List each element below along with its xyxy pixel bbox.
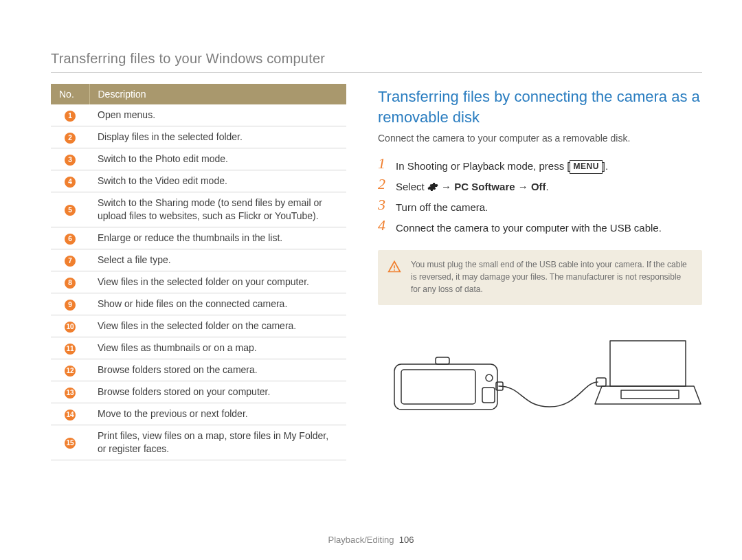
row-description: Switch to the Video edit mode.	[89, 170, 346, 192]
svg-rect-3	[401, 370, 475, 404]
footer-page-number: 106	[399, 535, 414, 545]
table-row: 14Move to the previous or next folder.	[51, 403, 346, 425]
row-description: View files in the selected folder on you…	[89, 271, 346, 293]
warning-icon	[387, 260, 401, 295]
row-number-badge: 3	[65, 155, 76, 166]
step-2: Select → PC Software → Off.	[378, 177, 702, 197]
camera-to-laptop-illustration	[378, 320, 702, 423]
footer-section: Playback/Editing	[328, 535, 394, 545]
row-description: Switch to the Photo edit mode.	[89, 148, 346, 170]
step-bold: Off	[531, 181, 546, 192]
page-footer: Playback/Editing 106	[0, 535, 742, 545]
row-description: Select a file type.	[89, 249, 346, 271]
table-row: 13Browse folders stored on your computer…	[51, 381, 346, 403]
svg-point-4	[486, 374, 493, 381]
step-bold: PC Software	[454, 181, 515, 192]
step-4: Connect the camera to your computer with…	[378, 218, 702, 238]
col-no: No.	[51, 84, 89, 104]
row-number-badge: 15	[65, 438, 76, 449]
row-number-badge: 1	[65, 111, 76, 122]
table-row: 10View files in the selected folder on t…	[51, 315, 346, 337]
steps-list: In Shooting or Playback mode, press [MEN…	[378, 156, 702, 238]
row-number-badge: 14	[65, 410, 76, 421]
description-table: No. Description 1Open menus. 2Display fi…	[51, 84, 346, 460]
row-number-badge: 2	[65, 133, 76, 144]
svg-rect-6	[436, 357, 449, 364]
row-description: View files as thumbnails or on a map.	[89, 337, 346, 359]
table-row: 12Browse folders stored on the camera.	[51, 359, 346, 381]
row-number-badge: 5	[65, 205, 76, 216]
warning-note: You must plug the small end of the USB c…	[378, 250, 702, 305]
row-description: Browse folders stored on your computer.	[89, 381, 346, 403]
table-row: 8View files in the selected folder on yo…	[51, 271, 346, 293]
table-row: 11View files as thumbnails or on a map.	[51, 337, 346, 359]
section-lead: Connect the camera to your computer as a…	[378, 133, 702, 144]
row-description: Switch to the Sharing mode (to send file…	[89, 192, 346, 227]
table-row: 1Open menus.	[51, 104, 346, 126]
row-number-badge: 6	[65, 234, 76, 245]
row-description: Browse folders stored on the camera.	[89, 359, 346, 381]
table-row: 6Enlarge or reduce the thumbnails in the…	[51, 227, 346, 249]
row-description: Open menus.	[89, 104, 346, 126]
row-number-badge: 12	[65, 366, 76, 377]
gear-icon	[427, 181, 438, 192]
row-description: Show or hide files on the connected came…	[89, 293, 346, 315]
menu-button-icon: MENU	[570, 160, 602, 173]
table-row: 5Switch to the Sharing mode (to send fil…	[51, 192, 346, 227]
table-row: 2Display files in the selected folder.	[51, 126, 346, 148]
table-row: 4Switch to the Video edit mode.	[51, 170, 346, 192]
step-1: In Shooting or Playback mode, press [MEN…	[378, 156, 702, 177]
table-row: 7Select a file type.	[51, 249, 346, 271]
step-text: In Shooting or Playback mode, press [	[396, 160, 570, 172]
svg-point-1	[394, 269, 395, 271]
row-description: Enlarge or reduce the thumbnails in the …	[89, 227, 346, 249]
row-number-badge: 7	[65, 256, 76, 267]
section-heading: Transferring files by connecting the cam…	[378, 87, 702, 127]
row-number-badge: 10	[65, 322, 76, 333]
row-description: View files in the selected folder on the…	[89, 315, 346, 337]
row-number-badge: 4	[65, 177, 76, 188]
svg-rect-9	[621, 390, 679, 399]
title-rule	[51, 72, 702, 73]
step-text: →	[438, 181, 454, 192]
step-text: ].	[603, 160, 608, 172]
table-row: 15Print files, view files on a map, stor…	[51, 425, 346, 460]
note-text: You must plug the small end of the USB c…	[411, 258, 690, 295]
table-row: 3Switch to the Photo edit mode.	[51, 148, 346, 170]
step-text: Select	[396, 181, 427, 192]
step-text: .	[546, 181, 549, 192]
svg-rect-2	[394, 364, 497, 410]
page-title: Transferring files to your Windows compu…	[51, 51, 702, 67]
table-header-row: No. Description	[51, 84, 346, 104]
row-number-badge: 11	[65, 344, 76, 355]
row-number-badge: 9	[65, 300, 76, 311]
row-number-badge: 13	[65, 388, 76, 399]
row-description: Move to the previous or next folder.	[89, 403, 346, 425]
row-number-badge: 8	[65, 278, 76, 289]
table-row: 9Show or hide files on the connected cam…	[51, 293, 346, 315]
step-3: Turn off the camera.	[378, 197, 702, 218]
col-desc: Description	[89, 84, 346, 104]
row-description: Print files, view files on a map, store …	[89, 425, 346, 460]
svg-rect-5	[482, 388, 495, 403]
step-text: →	[515, 181, 531, 192]
row-description: Display files in the selected folder.	[89, 126, 346, 148]
